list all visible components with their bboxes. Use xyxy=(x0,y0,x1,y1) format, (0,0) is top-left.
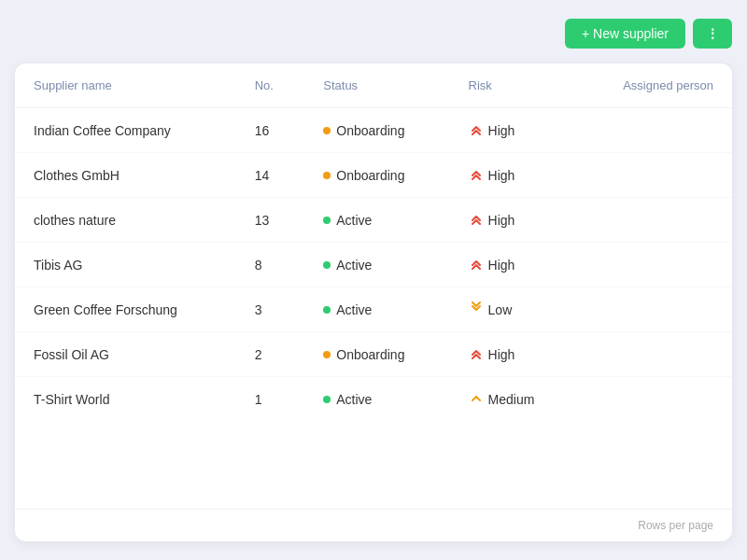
cell-risk: High xyxy=(450,153,576,198)
new-supplier-button[interactable]: + New supplier xyxy=(565,19,685,49)
cell-assigned-person xyxy=(576,287,732,332)
cell-status: Active xyxy=(304,377,449,422)
table-row[interactable]: Clothes GmbH 14 Onboarding High xyxy=(15,153,732,198)
risk-label: High xyxy=(488,168,515,183)
status-label: Active xyxy=(336,392,372,407)
risk-icon xyxy=(469,166,484,184)
risk-label: High xyxy=(488,123,515,138)
risk-label: High xyxy=(488,258,515,273)
cell-status: Onboarding xyxy=(304,108,449,153)
status-label: Onboarding xyxy=(336,168,404,183)
cell-supplier-name: Fossil Oil AG xyxy=(15,332,236,377)
cell-status: Active xyxy=(304,287,449,332)
table-wrapper: Supplier name No. Status Risk Assigned p… xyxy=(15,63,732,509)
cell-supplier-name: clothes nature xyxy=(15,198,236,243)
risk-icon xyxy=(469,211,484,229)
table-row[interactable]: Tibis AG 8 Active High xyxy=(15,243,732,287)
table-row[interactable]: Indian Coffee Company 16 Onboarding High xyxy=(15,108,732,153)
status-dot xyxy=(323,306,331,314)
cell-status: Onboarding xyxy=(304,153,449,198)
cell-supplier-name: Indian Coffee Company xyxy=(15,108,236,153)
cell-supplier-name: Clothes GmbH xyxy=(15,153,236,198)
cell-risk: High xyxy=(450,198,576,243)
risk-icon xyxy=(469,256,484,273)
col-assigned-person: Assigned person xyxy=(576,63,732,108)
table-footer: Rows per page xyxy=(15,509,732,541)
cell-risk: High xyxy=(450,243,576,287)
supplier-table-card: Supplier name No. Status Risk Assigned p… xyxy=(15,63,732,541)
extra-button[interactable]: ⋮ xyxy=(693,19,732,49)
table-body: Indian Coffee Company 16 Onboarding High… xyxy=(15,108,732,422)
cell-risk: Low xyxy=(450,287,576,332)
status-dot xyxy=(323,217,331,224)
cell-risk: High xyxy=(450,332,576,377)
cell-assigned-person xyxy=(576,153,732,198)
col-status: Status xyxy=(304,63,449,108)
cell-no: 16 xyxy=(236,108,305,153)
status-dot xyxy=(323,396,331,403)
status-dot xyxy=(323,351,331,358)
cell-supplier-name: Green Coffee Forschung xyxy=(15,287,236,332)
col-no: No. xyxy=(236,63,305,108)
table-row[interactable]: Green Coffee Forschung 3 Active Low xyxy=(15,287,732,332)
cell-assigned-person xyxy=(576,243,732,287)
cell-no: 8 xyxy=(236,243,305,287)
table-row[interactable]: T-Shirt World 1 Active Medium xyxy=(15,377,732,422)
cell-risk: High xyxy=(450,108,576,153)
table-header: Supplier name No. Status Risk Assigned p… xyxy=(15,63,732,108)
table-row[interactable]: Fossil Oil AG 2 Onboarding High xyxy=(15,332,732,377)
status-label: Active xyxy=(336,302,372,317)
rows-per-page-label: Rows per page xyxy=(638,519,713,532)
supplier-table: Supplier name No. Status Risk Assigned p… xyxy=(15,63,732,421)
status-dot xyxy=(323,261,331,269)
cell-assigned-person xyxy=(576,198,732,243)
cell-status: Active xyxy=(304,243,449,287)
status-label: Onboarding xyxy=(336,123,404,138)
risk-label: High xyxy=(488,347,515,362)
risk-icon xyxy=(469,121,484,139)
cell-assigned-person xyxy=(576,332,732,377)
cell-status: Active xyxy=(304,198,449,243)
status-label: Active xyxy=(336,258,372,273)
cell-no: 13 xyxy=(236,198,305,243)
risk-label: Low xyxy=(488,302,513,317)
col-supplier-name: Supplier name xyxy=(15,63,236,108)
status-label: Active xyxy=(336,213,372,228)
cell-no: 1 xyxy=(236,377,305,422)
risk-icon xyxy=(469,301,484,318)
risk-icon xyxy=(469,390,484,408)
cell-assigned-person xyxy=(576,377,732,422)
cell-no: 2 xyxy=(236,332,305,377)
risk-label: Medium xyxy=(488,392,535,407)
status-dot xyxy=(323,172,331,179)
cell-assigned-person xyxy=(576,108,732,153)
cell-supplier-name: Tibis AG xyxy=(15,243,236,287)
risk-icon xyxy=(469,345,484,363)
col-risk: Risk xyxy=(450,63,576,108)
cell-no: 14 xyxy=(236,153,305,198)
risk-label: High xyxy=(488,213,515,228)
cell-risk: Medium xyxy=(450,377,576,422)
toolbar: + New supplier ⋮ xyxy=(15,19,732,49)
cell-status: Onboarding xyxy=(304,332,449,377)
table-row[interactable]: clothes nature 13 Active High xyxy=(15,198,732,243)
status-dot xyxy=(323,127,331,134)
cell-supplier-name: T-Shirt World xyxy=(15,377,236,422)
cell-no: 3 xyxy=(236,287,305,332)
status-label: Onboarding xyxy=(336,347,404,362)
